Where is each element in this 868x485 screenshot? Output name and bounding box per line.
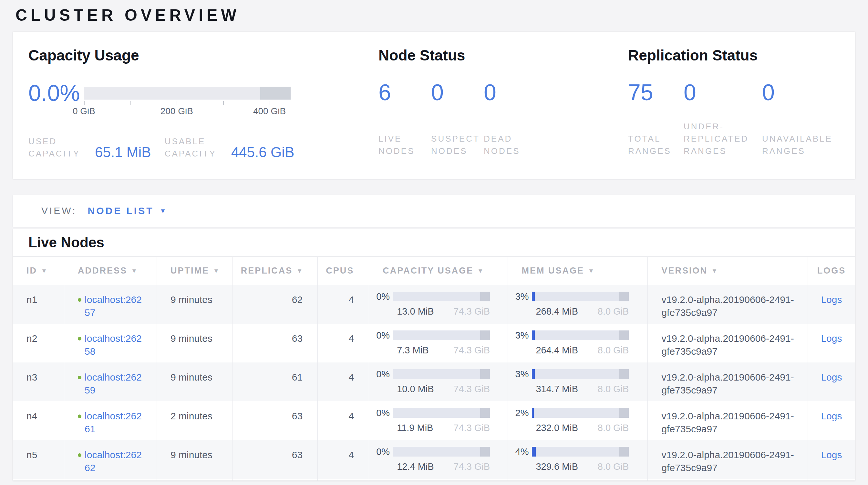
capacity-axis-tick [270, 101, 270, 105]
view-selector-dropdown[interactable]: NODE LIST ▼ [88, 205, 166, 216]
column-header-label: REPLICAS [241, 266, 293, 276]
cell-empty [13, 479, 64, 481]
usage-bar-band [619, 369, 629, 379]
page-title: CLUSTER OVERVIEW [16, 6, 868, 25]
cell-memory-usage: 3%264.4 MiB8.0 GiB [508, 324, 648, 363]
cell-node-id: n2 [13, 324, 64, 363]
usage-percent: 0% [369, 329, 390, 342]
column-header-cpus: CPUS [318, 257, 369, 285]
logs-link[interactable]: Logs [821, 372, 842, 382]
stat-value: 0 [762, 80, 840, 106]
address-link[interactable]: localhost:26257 [85, 293, 147, 319]
replication-status-stats: 75TOTAL RANGES0UNDER-REPLICATED RANGES0U… [628, 80, 840, 157]
address-link[interactable]: localhost:26262 [85, 449, 147, 474]
cell-logs: Logs [808, 285, 855, 324]
cell-cpus: 4 [318, 324, 369, 363]
column-header-memory[interactable]: MEM USAGE▼ [508, 257, 648, 285]
column-header-label: ADDRESS [78, 266, 127, 276]
usage-bar-fill [532, 447, 536, 457]
memory-usage-meter: 3%268.4 MiB8.0 GiB [508, 290, 647, 318]
usage-total-value: 74.3 GiB [454, 382, 490, 395]
node-status-section: Node Status 6LIVE NODES0SUSPECT NODES0DE… [378, 47, 628, 164]
cell-capacity-usage: 0%13.0 MiB74.3 GiB [369, 285, 508, 324]
usage-percent: 3% [508, 290, 529, 303]
usage-bar-fill [532, 331, 535, 340]
column-header-label: CAPACITY USAGE [383, 266, 473, 276]
usage-used-value: 268.4 MiB [536, 305, 578, 318]
cell-memory-usage: 3%268.4 MiB8.0 GiB [508, 285, 648, 324]
stat-value: 75 [628, 80, 684, 106]
column-header-uptime[interactable]: UPTIME▼ [157, 257, 233, 285]
usage-bar-band [480, 408, 490, 418]
capacity-usage-section: Capacity Usage 0.0% 0 GiB200 GiB400 GiB … [28, 47, 378, 164]
column-header-id[interactable]: ID▼ [13, 257, 64, 285]
column-header-capacity[interactable]: CAPACITY USAGE▼ [369, 257, 508, 285]
capacity-axis-labels: 0 GiB200 GiB400 GiB [84, 106, 290, 117]
version-text: v19.2.0-alpha.20190606-2491-gfe735c9a97 [661, 410, 808, 435]
used-capacity-label: USED CAPACITY [28, 135, 89, 160]
sort-arrow-icon: ▼ [588, 267, 594, 275]
node-status-stat-0: 6LIVE NODES [378, 80, 431, 157]
table-row: n2localhost:262589 minutes6340%7.3 MiB74… [13, 324, 855, 363]
logs-link[interactable]: Logs [821, 411, 842, 421]
stat-label: UNAVAILABLE RANGES [762, 133, 840, 157]
sort-arrow-icon: ▼ [213, 267, 219, 275]
capacity-usage-meter: 0%10.0 MiB74.3 GiB [369, 368, 507, 395]
logs-link[interactable]: Logs [821, 450, 842, 460]
usage-percent: 2% [508, 406, 529, 419]
logs-link[interactable]: Logs [821, 333, 842, 344]
cell-empty [808, 479, 855, 481]
used-capacity-value: 65.1 MiB [95, 145, 151, 160]
logs-link[interactable]: Logs [821, 294, 842, 305]
usage-bar-band [480, 292, 490, 301]
cell-logs: Logs [808, 324, 855, 363]
usage-used-value: 329.6 MiB [536, 460, 578, 473]
memory-usage-meter: 3%314.7 MiB8.0 GiB [508, 368, 647, 395]
node-status-heading: Node Status [378, 47, 628, 64]
address-link[interactable]: localhost:26259 [85, 371, 147, 397]
capacity-usage-meter: 0%7.3 MiB74.3 GiB [369, 329, 507, 356]
usage-used-value: 314.7 MiB [536, 382, 578, 395]
usage-percent: 0% [369, 290, 390, 303]
table-row: n1localhost:262579 minutes6240%13.0 MiB7… [13, 285, 855, 324]
replication-status-section: Replication Status 75TOTAL RANGES0UNDER-… [628, 47, 840, 164]
address-link[interactable]: localhost:26258 [85, 332, 147, 358]
stat-label: LIVE NODES [378, 133, 431, 157]
column-header-address[interactable]: ADDRESS▼ [64, 257, 157, 285]
address-link[interactable]: localhost:26261 [85, 410, 147, 435]
cell-empty [508, 479, 648, 481]
usage-bar [393, 447, 490, 457]
cell-capacity-usage: 0%12.4 MiB74.3 GiB [369, 440, 508, 479]
usage-percent: 3% [508, 329, 529, 342]
usage-used-value: 13.0 MiB [397, 305, 434, 318]
usage-percent: 3% [508, 368, 529, 380]
cell-version: v19.2.0-alpha.20190606-2491-gfe735c9a97 [648, 363, 808, 401]
capacity-axis-tick [130, 101, 131, 105]
cell-address: localhost:26261 [64, 401, 157, 440]
capacity-axis-tick [84, 101, 85, 105]
column-header-label: LOGS [817, 266, 846, 276]
table-row-partial [13, 479, 855, 481]
chevron-down-icon: ▼ [159, 207, 166, 215]
usage-total-value: 8.0 GiB [598, 382, 629, 395]
column-header-label: VERSION [661, 266, 708, 276]
usage-bar-band [480, 447, 490, 457]
view-selected-value: NODE LIST [88, 205, 154, 216]
capacity-axis-tick [177, 101, 177, 105]
memory-usage-meter: 4%329.6 MiB8.0 GiB [508, 445, 647, 473]
replication-status-stat-0: 75TOTAL RANGES [628, 80, 684, 157]
usage-percent: 4% [508, 445, 529, 458]
live-status-icon [78, 337, 82, 340]
usage-bar [393, 331, 490, 340]
column-header-replicas[interactable]: REPLICAS▼ [233, 257, 318, 285]
usage-total-value: 8.0 GiB [598, 460, 629, 473]
cell-uptime: 9 minutes [157, 440, 233, 479]
column-header-label: ID [27, 266, 37, 276]
cell-cpus: 4 [318, 363, 369, 401]
usage-percent: 0% [369, 406, 390, 419]
cell-uptime: 9 minutes [157, 285, 233, 324]
cell-version: v19.2.0-alpha.20190606-2491-gfe735c9a97 [648, 324, 808, 363]
cell-memory-usage: 4%329.6 MiB8.0 GiB [508, 440, 648, 479]
column-header-version[interactable]: VERSION▼ [648, 257, 808, 285]
view-bar: VIEW: NODE LIST ▼ [13, 195, 855, 227]
